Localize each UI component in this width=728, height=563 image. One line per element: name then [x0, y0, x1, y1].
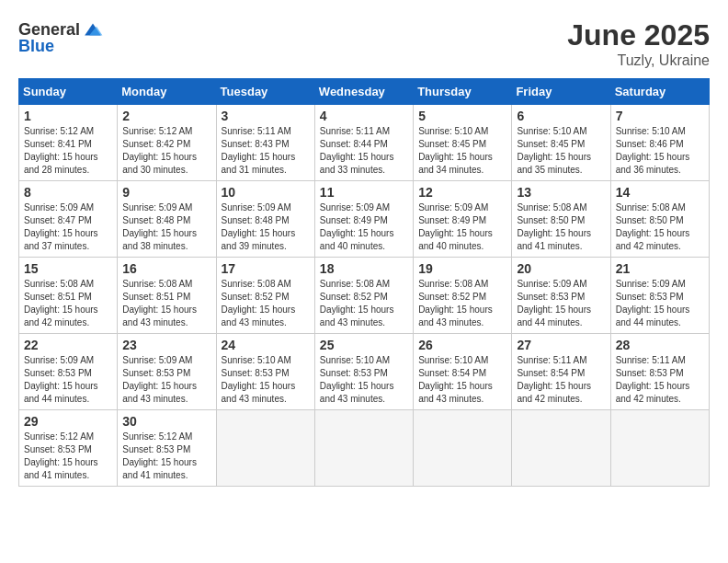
day-info: Sunrise: 5:10 AM Sunset: 8:53 PM Dayligh… — [320, 354, 408, 406]
day-cell-3: 3 Sunrise: 5:11 AM Sunset: 8:43 PM Dayli… — [216, 105, 314, 181]
day-info: Sunrise: 5:09 AM Sunset: 8:53 PM Dayligh… — [517, 278, 605, 329]
day-number: 9 — [122, 185, 210, 200]
logo-icon — [82, 18, 104, 40]
day-number: 21 — [616, 261, 704, 276]
col-wednesday: Wednesday — [314, 79, 413, 105]
day-cell-10: 10 Sunrise: 5:09 AM Sunset: 8:48 PM Dayl… — [216, 181, 314, 258]
day-number: 25 — [320, 338, 408, 352]
day-cell-8: 8 Sunrise: 5:09 AM Sunset: 8:47 PM Dayli… — [19, 181, 118, 258]
empty-cell — [414, 410, 512, 487]
day-info: Sunrise: 5:09 AM Sunset: 8:53 PM Dayligh… — [122, 354, 210, 406]
weekday-header-row: Sunday Monday Tuesday Wednesday Thursday… — [19, 79, 710, 105]
day-info: Sunrise: 5:12 AM Sunset: 8:53 PM Dayligh… — [24, 431, 112, 482]
day-info: Sunrise: 5:12 AM Sunset: 8:53 PM Dayligh… — [122, 431, 210, 482]
day-cell-5: 5 Sunrise: 5:10 AM Sunset: 8:45 PM Dayli… — [414, 105, 512, 181]
day-cell-26: 26 Sunrise: 5:10 AM Sunset: 8:54 PM Dayl… — [414, 334, 512, 410]
col-tuesday: Tuesday — [216, 79, 314, 105]
day-number: 24 — [222, 338, 310, 352]
day-info: Sunrise: 5:12 AM Sunset: 8:41 PM Dayligh… — [24, 125, 112, 177]
day-info: Sunrise: 5:10 AM Sunset: 8:46 PM Dayligh… — [616, 125, 704, 177]
day-number: 22 — [24, 338, 112, 352]
col-monday: Monday — [118, 79, 216, 105]
day-info: Sunrise: 5:11 AM Sunset: 8:53 PM Dayligh… — [616, 354, 704, 406]
day-number: 8 — [24, 185, 112, 200]
day-cell-7: 7 Sunrise: 5:10 AM Sunset: 8:46 PM Dayli… — [610, 105, 709, 181]
location: Tuzly, Ukraine — [567, 52, 710, 69]
day-info: Sunrise: 5:09 AM Sunset: 8:48 PM Dayligh… — [222, 201, 310, 253]
day-number: 30 — [122, 414, 210, 429]
calendar-row-1: 8 Sunrise: 5:09 AM Sunset: 8:47 PM Dayli… — [19, 181, 710, 258]
day-cell-13: 13 Sunrise: 5:08 AM Sunset: 8:50 PM Dayl… — [512, 181, 610, 258]
day-info: Sunrise: 5:09 AM Sunset: 8:49 PM Dayligh… — [320, 201, 408, 253]
day-info: Sunrise: 5:11 AM Sunset: 8:54 PM Dayligh… — [517, 354, 605, 406]
day-number: 29 — [24, 414, 112, 429]
day-number: 1 — [24, 109, 112, 123]
day-info: Sunrise: 5:08 AM Sunset: 8:50 PM Dayligh… — [616, 201, 704, 253]
day-number: 13 — [517, 185, 605, 200]
day-number: 7 — [616, 109, 704, 123]
day-number: 18 — [320, 261, 408, 276]
day-number: 28 — [616, 338, 704, 352]
day-info: Sunrise: 5:11 AM Sunset: 8:44 PM Dayligh… — [320, 125, 408, 177]
day-cell-1: 1 Sunrise: 5:12 AM Sunset: 8:41 PM Dayli… — [19, 105, 118, 181]
col-friday: Friday — [512, 79, 610, 105]
day-cell-28: 28 Sunrise: 5:11 AM Sunset: 8:53 PM Dayl… — [610, 334, 709, 410]
day-number: 23 — [122, 338, 210, 352]
day-number: 17 — [222, 261, 310, 276]
day-cell-27: 27 Sunrise: 5:11 AM Sunset: 8:54 PM Dayl… — [512, 334, 610, 410]
day-number: 14 — [616, 185, 704, 200]
day-cell-2: 2 Sunrise: 5:12 AM Sunset: 8:42 PM Dayli… — [118, 105, 216, 181]
empty-cell — [216, 410, 314, 487]
empty-cell — [314, 410, 413, 487]
day-info: Sunrise: 5:09 AM Sunset: 8:49 PM Dayligh… — [418, 201, 506, 253]
day-info: Sunrise: 5:09 AM Sunset: 8:53 PM Dayligh… — [616, 278, 704, 329]
day-cell-20: 20 Sunrise: 5:09 AM Sunset: 8:53 PM Dayl… — [512, 258, 610, 334]
day-cell-18: 18 Sunrise: 5:08 AM Sunset: 8:52 PM Dayl… — [314, 258, 413, 334]
day-info: Sunrise: 5:09 AM Sunset: 8:53 PM Dayligh… — [24, 354, 112, 406]
day-info: Sunrise: 5:08 AM Sunset: 8:50 PM Dayligh… — [517, 201, 605, 253]
day-cell-23: 23 Sunrise: 5:09 AM Sunset: 8:53 PM Dayl… — [118, 334, 216, 410]
day-number: 15 — [24, 261, 112, 276]
day-number: 10 — [222, 185, 310, 200]
day-cell-25: 25 Sunrise: 5:10 AM Sunset: 8:53 PM Dayl… — [314, 334, 413, 410]
day-info: Sunrise: 5:08 AM Sunset: 8:52 PM Dayligh… — [320, 278, 408, 329]
calendar-row-2: 15 Sunrise: 5:08 AM Sunset: 8:51 PM Dayl… — [19, 258, 710, 334]
day-number: 20 — [517, 261, 605, 276]
day-info: Sunrise: 5:08 AM Sunset: 8:52 PM Dayligh… — [222, 278, 310, 329]
day-info: Sunrise: 5:09 AM Sunset: 8:47 PM Dayligh… — [24, 201, 112, 253]
month-title: June 2025 — [567, 18, 710, 52]
col-thursday: Thursday — [414, 79, 512, 105]
day-info: Sunrise: 5:11 AM Sunset: 8:43 PM Dayligh… — [222, 125, 310, 177]
day-info: Sunrise: 5:10 AM Sunset: 8:53 PM Dayligh… — [222, 354, 310, 406]
day-info: Sunrise: 5:08 AM Sunset: 8:51 PM Dayligh… — [24, 278, 112, 329]
day-number: 4 — [320, 109, 408, 123]
page-header: General Blue June 2025 Tuzly, Ukraine — [18, 18, 710, 69]
day-cell-21: 21 Sunrise: 5:09 AM Sunset: 8:53 PM Dayl… — [610, 258, 709, 334]
day-cell-30: 30 Sunrise: 5:12 AM Sunset: 8:53 PM Dayl… — [118, 410, 216, 487]
day-cell-16: 16 Sunrise: 5:08 AM Sunset: 8:51 PM Dayl… — [118, 258, 216, 334]
day-number: 16 — [122, 261, 210, 276]
day-info: Sunrise: 5:08 AM Sunset: 8:52 PM Dayligh… — [418, 278, 506, 329]
calendar-table: Sunday Monday Tuesday Wednesday Thursday… — [18, 78, 710, 487]
col-saturday: Saturday — [610, 79, 709, 105]
logo-blue: Blue — [18, 37, 54, 56]
day-info: Sunrise: 5:12 AM Sunset: 8:42 PM Dayligh… — [122, 125, 210, 177]
day-number: 12 — [418, 185, 506, 200]
calendar-row-0: 1 Sunrise: 5:12 AM Sunset: 8:41 PM Dayli… — [19, 105, 710, 181]
day-cell-6: 6 Sunrise: 5:10 AM Sunset: 8:45 PM Dayli… — [512, 105, 610, 181]
day-cell-19: 19 Sunrise: 5:08 AM Sunset: 8:52 PM Dayl… — [414, 258, 512, 334]
day-cell-12: 12 Sunrise: 5:09 AM Sunset: 8:49 PM Dayl… — [414, 181, 512, 258]
day-cell-29: 29 Sunrise: 5:12 AM Sunset: 8:53 PM Dayl… — [19, 410, 118, 487]
calendar-row-4: 29 Sunrise: 5:12 AM Sunset: 8:53 PM Dayl… — [19, 410, 710, 487]
day-number: 27 — [517, 338, 605, 352]
day-cell-4: 4 Sunrise: 5:11 AM Sunset: 8:44 PM Dayli… — [314, 105, 413, 181]
col-sunday: Sunday — [19, 79, 118, 105]
day-info: Sunrise: 5:08 AM Sunset: 8:51 PM Dayligh… — [122, 278, 210, 329]
day-cell-15: 15 Sunrise: 5:08 AM Sunset: 8:51 PM Dayl… — [19, 258, 118, 334]
day-number: 5 — [418, 109, 506, 123]
logo: General Blue — [18, 18, 104, 56]
day-number: 11 — [320, 185, 408, 200]
day-number: 26 — [418, 338, 506, 352]
day-number: 6 — [517, 109, 605, 123]
day-cell-9: 9 Sunrise: 5:09 AM Sunset: 8:48 PM Dayli… — [118, 181, 216, 258]
